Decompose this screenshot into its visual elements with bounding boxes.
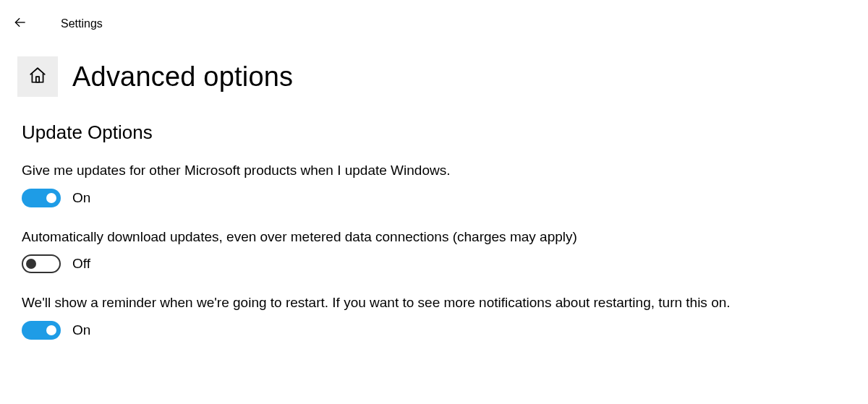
section-heading: Update Options	[22, 121, 846, 144]
content-area: Update Options Give me updates for other…	[0, 97, 868, 340]
toggle-state-label: Off	[72, 256, 90, 272]
setting-label: Give me updates for other Microsoft prod…	[22, 161, 846, 180]
toggle-state-label: On	[72, 190, 90, 206]
svg-rect-1	[36, 77, 39, 82]
setting-other-products: Give me updates for other Microsoft prod…	[22, 161, 846, 207]
toggle-metered-download[interactable]	[22, 254, 61, 273]
toggle-knob	[46, 193, 56, 203]
toggle-row: On	[22, 321, 846, 340]
back-arrow-icon	[13, 15, 27, 33]
toggle-row: On	[22, 189, 846, 207]
window-header: Settings	[0, 0, 868, 39]
page-title: Advanced options	[72, 61, 293, 93]
app-title: Settings	[61, 17, 103, 30]
toggle-row: Off	[22, 254, 846, 273]
toggle-knob	[46, 325, 56, 335]
toggle-restart-reminder[interactable]	[22, 321, 61, 340]
toggle-other-products[interactable]	[22, 189, 61, 207]
home-icon	[28, 66, 47, 87]
home-button[interactable]	[17, 56, 58, 97]
setting-label: Automatically download updates, even ove…	[22, 228, 846, 246]
setting-label: We'll show a reminder when we're going t…	[22, 293, 846, 312]
setting-metered-download: Automatically download updates, even ove…	[22, 228, 846, 274]
setting-restart-reminder: We'll show a reminder when we're going t…	[22, 293, 846, 340]
toggle-knob	[26, 259, 36, 269]
page-title-row: Advanced options	[0, 56, 868, 97]
back-button[interactable]	[3, 9, 38, 38]
toggle-state-label: On	[72, 322, 90, 338]
